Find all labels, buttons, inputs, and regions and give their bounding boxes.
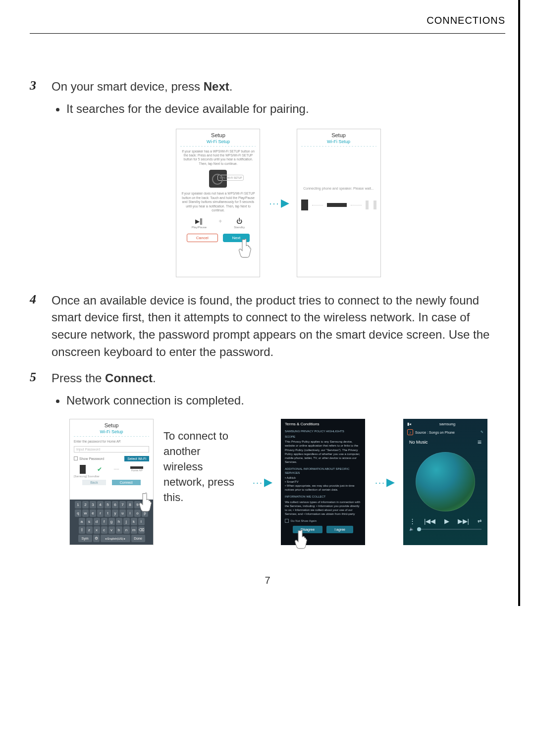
arrow-right-icon: ▶ [375,476,393,489]
screen-title: Setup [176,129,260,139]
speaker-status-icon: ▮◂ [407,422,411,426]
figure-step5: Setup Wi-Fi Setup Enter the password for… [69,419,505,545]
phone-screen-wifi-setup-instructions: Setup Wi-Fi Setup If your speaker has a … [176,129,260,277]
instruction-text: If your speaker has a WPS/Wi-Fi SETUP bu… [176,150,260,166]
step-text-post: . [229,80,233,93]
show-password-label: Show Password [79,457,104,460]
step-number: 5 [30,370,52,409]
scope-text: This Privacy Policy applies to any Samsu… [285,440,361,464]
header-side-rule [518,0,520,606]
wps-button-label: WPS / Wi-Fi SETUP [217,175,244,181]
connecting-message: Connecting phone and speaker. Please wai… [297,184,380,193]
volume-slider[interactable] [417,529,482,530]
brand-label: samsung [439,422,455,426]
additional-info-label: Additional Information About Specific Se… [285,467,361,475]
screen-title: Setup [70,419,153,429]
speaker-illustration: WPS / Wi-Fi SETUP [209,170,227,188]
phone-screen-password: Setup Wi-Fi Setup Enter the password for… [69,419,154,545]
step-text-post: . [153,371,156,385]
edit-icon[interactable]: ✎ [481,430,483,434]
step-text-pre: Press the [52,371,105,385]
shuffle-icon[interactable]: ⇄ [478,518,482,524]
screen-subtitle: Wi-Fi Setup [70,429,153,436]
terms-title: Terms & Conditions [285,422,361,427]
step-bullet: Network connection is completed. [66,392,505,409]
step-text-bold: Connect [105,371,153,385]
cancel-button[interactable]: Cancel [187,234,218,242]
menu-icon[interactable]: ≡ [478,438,482,446]
disagree-button[interactable]: Disagree [293,526,322,533]
info-collect-label: Information We Collect [285,495,361,499]
home-ap-label: Home AP [130,469,143,472]
source-icon: ♪ [407,429,413,435]
standby-icon: ⏻Standby [234,218,245,229]
agree-button[interactable]: I agree [326,526,353,533]
step-number: 3 [30,78,52,118]
instruction-text-alt: If your speaker does not have a WPS/Wi-F… [176,192,260,212]
step-number: 4 [30,292,52,361]
phone-screen-connecting: Setup Wi-Fi Setup Connecting phone and s… [297,129,381,277]
do-not-show-label: Do Not Show Again [291,519,317,523]
page-number: 7 [30,575,505,586]
select-wifi-button[interactable]: Select Wi-Fi [124,456,149,461]
do-not-show-checkbox[interactable] [285,519,289,523]
more-icon[interactable]: ⋮ [409,517,416,525]
source-label: Source : Songs on Phone [415,431,455,434]
phone-screen-music-player: ▮◂ samsung ♪ Source : Songs on Phone ✎ N… [403,419,487,545]
album-art-placeholder [416,452,475,511]
play-pause-icon: ▶ǁPlay/Pause [192,218,207,229]
no-music-label: No Music [409,440,428,445]
screen-title: Setup [297,129,380,139]
volume-icon: 🔈 [409,527,414,531]
additional-info-list: • AdHub • SmartTV • When appropriate, we… [285,476,361,492]
screen-subtitle: Wi-Fi Setup [176,139,260,146]
info-collect-text: We collect various types of information … [285,500,361,516]
step-text-bold: Next [204,80,229,93]
step-5: 5 Press the Connect. Network connection … [30,370,505,409]
next-button[interactable]: Next [223,234,250,242]
next-track-icon[interactable]: ▶▶| [458,517,469,525]
screen-subtitle: Wi-Fi Setup [297,139,380,146]
soundbar-label: [Samsung] Soundbar [74,475,153,478]
callout-select-wifi: To connect to another wireless network, … [163,419,243,505]
back-button[interactable]: Back [82,480,106,485]
header-rule [30,33,505,34]
phone-screen-terms: Terms & Conditions SAMSUNG PRIVACY POLIC… [281,419,365,545]
connection-illustration [297,200,380,210]
step-bullet: It searches for the device available for… [66,101,505,118]
checkmark-icon: ✔ [97,466,102,473]
step-text: Once an available device is found, the p… [52,292,505,361]
play-icon[interactable]: ▶ [444,517,449,525]
figure-step3: Setup Wi-Fi Setup If your speaker has a … [52,129,505,277]
step-4: 4 Once an available device is found, the… [30,292,505,361]
scope-label: Scope [285,435,361,439]
onscreen-keyboard[interactable]: 1234567890 qwertyuiop asdfghjkl ⇧zxcvbnm… [70,500,153,545]
prev-track-icon[interactable]: |◀◀ [424,517,435,525]
terms-heading: SAMSUNG PRIVACY POLICY HIGHLIGHTS [285,429,361,433]
arrow-right-icon: ▶ [269,197,287,209]
step-text-pre: On your smart device, press [52,80,204,93]
connect-button[interactable]: Connect [112,480,141,485]
arrow-right-icon: ▶ [253,476,271,489]
password-prompt: Enter the password for Home AP. [70,440,153,444]
section-header: CONNECTIONS [30,15,505,29]
password-input[interactable]: Input Password [74,446,149,453]
step-3: 3 On your smart device, press Next. It s… [30,78,505,118]
show-password-checkbox[interactable] [74,456,78,460]
